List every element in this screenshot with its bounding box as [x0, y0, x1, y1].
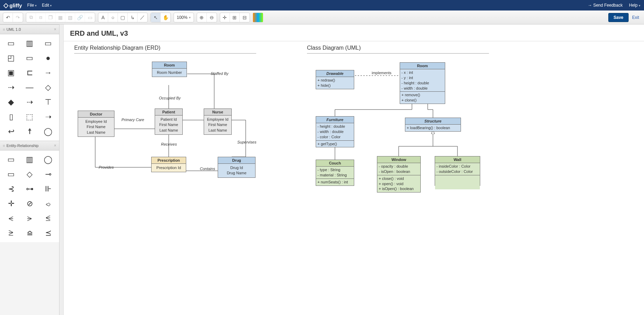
grid-icon[interactable]: ⊞: [230, 13, 240, 22]
class-drawable[interactable]: Drawable + redraw()+ hide(): [316, 70, 354, 89]
shape-diamond-icon[interactable]: ◇: [21, 167, 38, 181]
shape-diamond-open-icon[interactable]: ◇: [39, 80, 57, 94]
shape-rel-b-icon[interactable]: ⪫: [21, 211, 38, 225]
ungroup-icon[interactable]: ⧈: [36, 13, 46, 22]
shape-rel-crow-icon[interactable]: ⪦: [39, 197, 57, 211]
entity-prescription[interactable]: Prescription Prescription Id: [151, 157, 186, 172]
shape-ellipse-icon[interactable]: ◯: [39, 125, 57, 139]
shape-rel-d-icon[interactable]: ⪭: [2, 226, 20, 240]
shape-rel-a-icon[interactable]: ⪪: [2, 211, 20, 225]
text-tool-icon[interactable]: A: [98, 13, 108, 22]
entity-doctor[interactable]: Doctor Employee IdFirst NameLast Name: [78, 111, 114, 137]
close-icon[interactable]: ×: [54, 143, 56, 148]
class-couch[interactable]: Couch - type : String- material : String…: [316, 160, 354, 186]
color-picker-icon[interactable]: [253, 13, 263, 22]
circle-tool-icon[interactable]: ○: [108, 13, 118, 22]
shape-rel-many-icon[interactable]: ⊰: [2, 182, 20, 196]
connector-tool-icon[interactable]: ↳: [128, 13, 138, 22]
shape-rel-oneone-icon[interactable]: ⊪: [39, 182, 57, 196]
undo-icon[interactable]: ↶: [3, 13, 13, 22]
shape-return-icon[interactable]: ↩: [2, 125, 20, 139]
front-icon[interactable]: ▦: [56, 13, 65, 22]
entity-prescription-attrs: Prescription Id: [152, 164, 186, 172]
shape-filled-circle-icon[interactable]: ●: [39, 51, 57, 65]
back-icon[interactable]: ▧: [65, 13, 75, 22]
history-group: ↶ ↷: [3, 13, 23, 22]
shape-rect-icon[interactable]: ▭: [39, 36, 57, 50]
uml-section-title: Class Diagram (UML): [307, 45, 361, 51]
shapes-group: A ○ ▢ ↳ ／: [98, 13, 148, 22]
shape-rel-f-icon[interactable]: ⪯: [39, 226, 57, 240]
shape-entity-attrs-icon[interactable]: ▥: [21, 153, 38, 167]
entity-drug[interactable]: Drug Drug IdDrug Name: [218, 157, 255, 178]
shape-rel-circle-icon[interactable]: ⊘: [21, 197, 38, 211]
rel-contains: Contains: [200, 167, 215, 171]
entity-nurse[interactable]: Nurse Employee IdFirst NameLast Name: [204, 108, 232, 135]
canvas[interactable]: ERD and UML, v3 Entity Relationship Diag…: [59, 24, 644, 315]
shape-box-icon[interactable]: ▭: [2, 167, 20, 181]
shape-dashed-box-icon[interactable]: ⬚: [21, 110, 38, 124]
class-window[interactable]: Window - opacity : double- isOpen : bool…: [377, 156, 421, 192]
panel-uml-header[interactable]: UML 1.0 ×: [0, 24, 59, 34]
panel-erd-header[interactable]: Entity-Relationship ×: [0, 141, 59, 150]
copy-icon[interactable]: ❐: [46, 13, 56, 22]
class-couch-methods: + numSeats() : int: [316, 179, 354, 186]
shape-note-icon[interactable]: ◰: [2, 51, 20, 65]
shape-rel-e-icon[interactable]: ⪮: [21, 226, 38, 240]
help-link[interactable]: Help ▾: [629, 3, 640, 8]
exit-link[interactable]: Exit: [632, 15, 639, 20]
close-icon[interactable]: ×: [54, 27, 56, 32]
shape-entity-icon[interactable]: ▭: [2, 153, 20, 167]
shape-bar-icon[interactable]: ▯: [2, 110, 20, 124]
shape-dashed-arrow-icon[interactable]: ⇢: [2, 80, 20, 94]
guides-icon[interactable]: ⊟: [240, 13, 250, 22]
document-title[interactable]: ERD and UML, v3: [59, 24, 644, 41]
shape-diamond-filled-icon[interactable]: ◆: [2, 95, 20, 109]
class-room[interactable]: Room - x : int- y : int- height : double…: [400, 62, 445, 104]
class-window-attrs: - opacity : double- isOpen : boolean: [377, 163, 420, 175]
shape-dashed-open-icon[interactable]: ⇢: [21, 95, 38, 109]
class-couch-attrs: - type : String- material : String: [316, 167, 354, 179]
shape-actor-icon[interactable]: ☨: [21, 125, 38, 139]
pan-tool-icon[interactable]: ✋: [161, 13, 170, 22]
entity-room[interactable]: Room Room Number: [152, 62, 187, 77]
notes-icon[interactable]: ▭: [85, 13, 95, 22]
zoom-select[interactable]: 100%▾: [174, 13, 194, 22]
class-furniture[interactable]: Furniture - height : double- width : dou…: [316, 116, 354, 147]
class-wall[interactable]: Wall - insideColor : Color- outsideColor…: [435, 156, 480, 186]
shape-rel-zeroone-icon[interactable]: ⊶: [21, 182, 38, 196]
shape-rel-c-icon[interactable]: ⪬: [39, 211, 57, 225]
shape-component-icon[interactable]: ▣: [2, 66, 20, 80]
shape-oval-icon[interactable]: ◯: [39, 153, 57, 167]
shape-solid-arrow-icon[interactable]: ➝: [39, 110, 57, 124]
shape-interface-icon[interactable]: ⊏: [21, 66, 38, 80]
snap-icon[interactable]: ✛: [220, 13, 230, 22]
pointer-tool-icon[interactable]: ↖: [151, 13, 161, 22]
shape-bracket-icon[interactable]: ⊤: [39, 95, 57, 109]
menu-edit[interactable]: Edit: [42, 3, 52, 8]
menu-file[interactable]: File: [27, 3, 37, 8]
shape-line-icon[interactable]: —: [21, 80, 38, 94]
shape-package-icon[interactable]: ▭: [2, 36, 20, 50]
shape-rel-cross-icon[interactable]: ✛: [2, 197, 20, 211]
redo-icon[interactable]: ↷: [13, 13, 23, 22]
entity-patient[interactable]: Patient Patient IdFirst NameLast Name: [155, 108, 183, 135]
shape-object-icon[interactable]: ▭: [21, 51, 38, 65]
send-feedback-link[interactable]: Send Feedback: [588, 3, 623, 8]
zoom-out-icon[interactable]: ⊖: [207, 13, 217, 22]
erd-section-title: Entity Relationship Diagram (ERD): [74, 45, 160, 51]
panel-uml-title: UML 1.0: [6, 27, 21, 31]
class-structure[interactable]: Structure + loadBearing() : boolean: [405, 118, 461, 132]
group-icon[interactable]: ⧉: [26, 13, 36, 22]
shape-rel-one-icon[interactable]: ⊸: [39, 167, 57, 181]
uml-shapes: ▭ ▥ ▭ ◰ ▭ ● ▣ ⊏ → ⇢ — ◇ ◆ ⇢ ⊤ ▯ ⬚ ➝ ↩ ☨ …: [0, 34, 59, 141]
save-button[interactable]: Save: [608, 13, 629, 22]
link-icon[interactable]: 🔗: [75, 13, 85, 22]
rect-tool-icon[interactable]: ▢: [118, 13, 128, 22]
shape-class-icon[interactable]: ▥: [21, 36, 38, 50]
shape-arrow-open-icon[interactable]: →: [39, 66, 57, 80]
zoom-in-icon[interactable]: ⊕: [197, 13, 207, 22]
entity-doctor-attrs: Employee IdFirst NameLast Name: [78, 118, 114, 136]
line-tool-icon[interactable]: ／: [138, 13, 147, 22]
uml-section-line: [307, 53, 489, 54]
